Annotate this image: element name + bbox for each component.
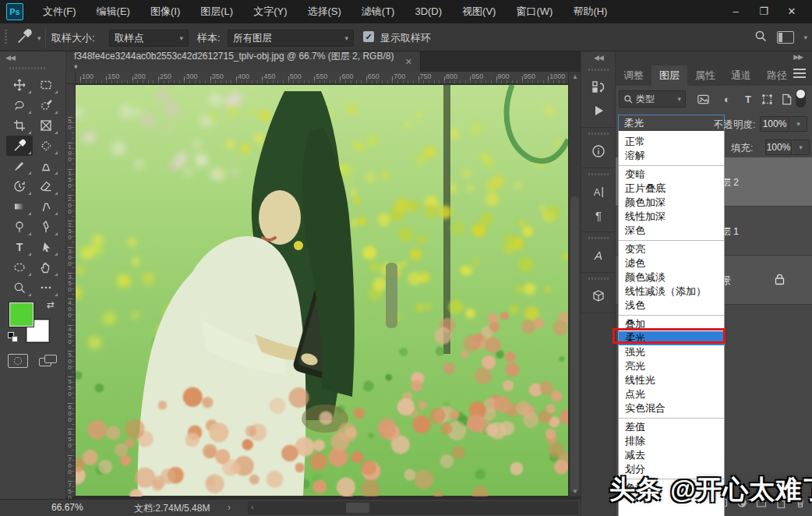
dock-grip[interactable] <box>588 173 609 175</box>
tab-调整[interactable]: 调整 <box>616 65 651 86</box>
dock-grip[interactable] <box>588 277 609 280</box>
menu-item[interactable]: 3D(D) <box>404 0 452 23</box>
lasso-tool[interactable] <box>6 95 33 115</box>
collapse-toolbar-icon[interactable]: ◀◀ <box>5 54 15 62</box>
menu-item[interactable]: 编辑(E) <box>86 0 140 23</box>
eyedropper-tool[interactable] <box>6 136 33 156</box>
workspace-icon[interactable] <box>777 31 794 44</box>
tab-属性[interactable]: 属性 <box>687 65 723 86</box>
history-brush-tool[interactable] <box>6 176 33 196</box>
clone-stamp-tool[interactable] <box>33 156 59 176</box>
blend-option[interactable]: 颜色加深 <box>619 196 724 210</box>
blend-option[interactable]: 线性减淡（添加） <box>619 285 724 299</box>
glyphs-icon[interactable]: A <box>581 244 615 267</box>
info-icon[interactable] <box>581 140 615 163</box>
blend-option[interactable]: 浅色 <box>619 299 724 313</box>
ellipse-tool[interactable] <box>6 257 33 277</box>
vertical-ruler[interactable]: 5010015020025030035040045050055060065070… <box>66 84 76 497</box>
menu-item[interactable]: 选择(S) <box>297 0 351 23</box>
blend-option[interactable]: 强光 <box>619 345 724 359</box>
blend-option[interactable]: 滤色 <box>619 256 724 270</box>
adjustment-layer-filter-icon[interactable]: ◐ <box>719 91 735 107</box>
blend-option[interactable]: 溶解 <box>619 149 724 163</box>
pen-tool[interactable] <box>33 217 59 237</box>
frame-tool[interactable] <box>33 115 59 136</box>
blend-option[interactable]: 变亮 <box>619 242 724 256</box>
menu-item[interactable]: 滤镜(T) <box>351 0 405 23</box>
blend-option[interactable]: 正常 <box>619 135 724 149</box>
path-selection-tool[interactable] <box>33 237 59 257</box>
dock-grip[interactable] <box>588 133 609 135</box>
character-icon[interactable]: A <box>581 180 615 203</box>
shape-layer-filter-icon[interactable] <box>759 91 775 107</box>
ruler-corner[interactable] <box>66 72 76 84</box>
dock-grip[interactable] <box>588 237 609 239</box>
blend-option[interactable]: 线性加深 <box>619 210 724 224</box>
dodge-tool[interactable] <box>6 217 33 237</box>
horizontal-scroll-thumb[interactable] <box>346 503 369 513</box>
blend-mode-select[interactable]: 柔光 ▾ <box>618 115 725 133</box>
smart-object-filter-icon[interactable] <box>778 91 794 107</box>
scroll-up-icon[interactable]: ▲ <box>569 73 581 80</box>
blend-option[interactable]: 深色 <box>619 224 724 238</box>
blend-option[interactable]: 线性光 <box>619 373 724 387</box>
layer-filter-type-dropdown[interactable]: 类型 ▾ <box>619 90 686 108</box>
more-tools[interactable] <box>33 277 59 298</box>
eyedropper-icon[interactable] <box>16 28 36 47</box>
blend-option[interactable]: 差值 <box>619 420 724 434</box>
blend-option[interactable]: 排除 <box>619 434 724 448</box>
brush-tool[interactable] <box>6 156 33 176</box>
blend-option[interactable]: 正片叠底 <box>619 182 724 196</box>
blend-option[interactable]: 亮光 <box>619 359 724 373</box>
default-colors-icon[interactable] <box>8 332 18 342</box>
hand-tool[interactable] <box>33 257 59 277</box>
scroll-down-icon[interactable]: ▼ <box>569 488 581 495</box>
tab-路径[interactable]: 路径 <box>759 65 795 86</box>
tool-preset-chevron-icon[interactable]: ▾ <box>37 34 41 42</box>
minimize-button[interactable]: – <box>722 0 750 23</box>
dock-grip[interactable] <box>588 69 609 71</box>
chevron-down-icon[interactable]: ▾ <box>803 34 807 41</box>
document-tab[interactable]: f348fe4ce3244ac0b2553c42d2612715_tplv-ob… <box>66 51 421 72</box>
paragraph-icon[interactable]: ¶ <box>581 203 615 227</box>
horizontal-scrollbar[interactable]: ‹ <box>248 501 578 514</box>
sample-size-dropdown[interactable]: 取样点 ▾ <box>109 30 189 47</box>
type-tool[interactable]: T <box>6 237 33 257</box>
status-menu-arrow-icon[interactable]: › <box>228 502 231 513</box>
opacity-value[interactable]: 100% <box>760 116 789 132</box>
panel-menu-icon[interactable] <box>793 69 806 80</box>
blend-option[interactable]: 减去 <box>619 448 724 462</box>
actions-icon[interactable] <box>581 99 615 122</box>
history-icon[interactable] <box>581 76 615 99</box>
blend-option[interactable]: 点光 <box>619 387 724 401</box>
type-layer-filter-icon[interactable]: T <box>740 91 756 107</box>
close-button[interactable]: ✕ <box>778 0 806 23</box>
swap-colors-icon[interactable]: ⇄ <box>47 299 55 310</box>
blend-option[interactable]: 变暗 <box>619 168 724 182</box>
menu-item[interactable]: 文字(Y) <box>243 0 297 23</box>
zoom-level-field[interactable]: 66.67% <box>51 502 83 513</box>
opacity-chevron-icon[interactable]: ▾ <box>790 116 807 132</box>
menu-item[interactable]: 文件(F) <box>33 0 86 23</box>
menu-item[interactable]: 窗口(W) <box>506 0 563 23</box>
maximize-button[interactable]: ❐ <box>750 0 778 23</box>
menu-item[interactable]: 帮助(H) <box>563 0 617 23</box>
show-ring-checkbox[interactable]: ✓ <box>363 31 374 42</box>
menu-item[interactable]: 视图(V) <box>452 0 506 23</box>
scroll-left-icon[interactable]: ‹ <box>251 503 253 511</box>
quick-selection-tool[interactable] <box>33 95 59 115</box>
menu-item[interactable]: 图像(I) <box>140 0 190 23</box>
blend-option[interactable]: 实色混合 <box>619 401 724 415</box>
gradient-tool[interactable] <box>6 196 33 217</box>
rect-marquee-tool[interactable] <box>33 75 59 95</box>
vertical-scroll-thumb[interactable] <box>570 196 579 493</box>
fill-value[interactable]: 100% <box>765 140 792 155</box>
tab-通道[interactable]: 通道 <box>723 65 759 86</box>
canvas-image[interactable] <box>76 84 568 497</box>
screen-mode-button[interactable] <box>39 354 59 368</box>
pixel-layer-filter-icon[interactable] <box>695 91 711 107</box>
3d-icon[interactable] <box>581 285 615 308</box>
smudge-tool[interactable] <box>33 196 59 217</box>
close-tab-icon[interactable]: ✕ <box>405 57 412 67</box>
foreground-color-swatch[interactable] <box>9 302 34 327</box>
